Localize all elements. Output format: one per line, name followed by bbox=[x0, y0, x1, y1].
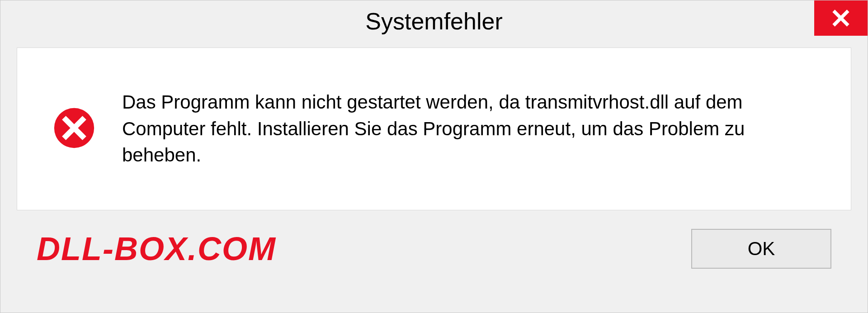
close-icon bbox=[832, 9, 850, 27]
dialog-title: Systemfehler bbox=[365, 8, 502, 35]
watermark-text: DLL-BOX.COM bbox=[37, 230, 276, 267]
close-button[interactable] bbox=[814, 0, 868, 36]
content-area: Das Programm kann nicht gestartet werden… bbox=[17, 47, 851, 210]
error-message: Das Programm kann nicht gestartet werden… bbox=[122, 89, 824, 169]
error-icon bbox=[53, 107, 95, 149]
ok-button[interactable]: OK bbox=[691, 229, 831, 269]
dialog-footer: DLL-BOX.COM OK bbox=[0, 210, 868, 287]
error-icon-wrap bbox=[53, 107, 95, 151]
titlebar: Systemfehler bbox=[0, 0, 868, 42]
error-dialog: Systemfehler Das Programm kann nicht ges… bbox=[0, 0, 868, 313]
